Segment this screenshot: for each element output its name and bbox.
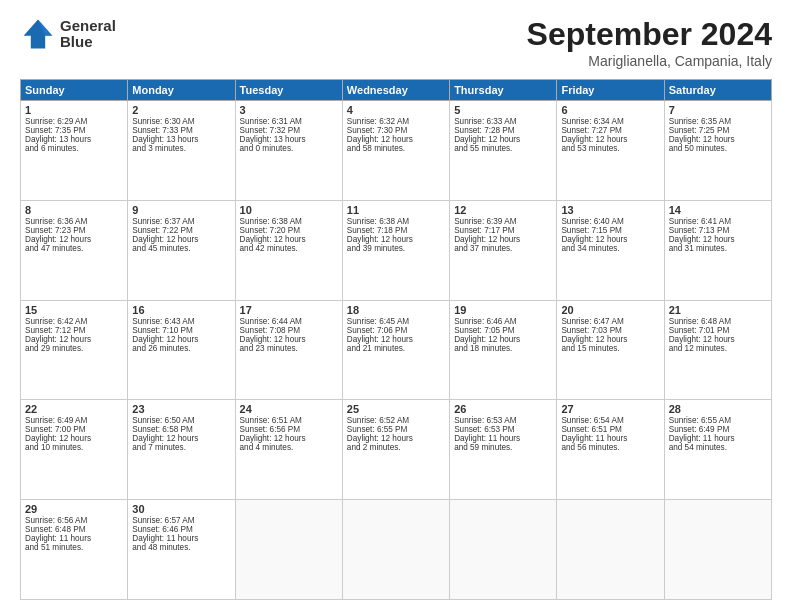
day-number: 13 — [561, 204, 659, 216]
day-cell: 17Sunrise: 6:44 AMSunset: 7:08 PMDayligh… — [235, 300, 342, 400]
day-cell: 25Sunrise: 6:52 AMSunset: 6:55 PMDayligh… — [342, 400, 449, 500]
day-cell: 26Sunrise: 6:53 AMSunset: 6:53 PMDayligh… — [450, 400, 557, 500]
day-cell: 18Sunrise: 6:45 AMSunset: 7:06 PMDayligh… — [342, 300, 449, 400]
day-cell: 29Sunrise: 6:56 AMSunset: 6:48 PMDayligh… — [21, 500, 128, 600]
weekday-header-row: SundayMondayTuesdayWednesdayThursdayFrid… — [21, 80, 772, 101]
day-cell: 27Sunrise: 6:54 AMSunset: 6:51 PMDayligh… — [557, 400, 664, 500]
day-cell: 12Sunrise: 6:39 AMSunset: 7:17 PMDayligh… — [450, 200, 557, 300]
day-cell: 28Sunrise: 6:55 AMSunset: 6:49 PMDayligh… — [664, 400, 771, 500]
day-number: 14 — [669, 204, 767, 216]
logo-line2: Blue — [60, 33, 93, 50]
title-block: September 2024 Mariglianella, Campania, … — [527, 16, 772, 69]
month-title: September 2024 — [527, 16, 772, 53]
week-row-2: 8Sunrise: 6:36 AMSunset: 7:23 PMDaylight… — [21, 200, 772, 300]
day-cell: 13Sunrise: 6:40 AMSunset: 7:15 PMDayligh… — [557, 200, 664, 300]
day-cell — [342, 500, 449, 600]
day-number: 26 — [454, 403, 552, 415]
day-number: 17 — [240, 304, 338, 316]
day-number: 22 — [25, 403, 123, 415]
week-row-5: 29Sunrise: 6:56 AMSunset: 6:48 PMDayligh… — [21, 500, 772, 600]
day-number: 6 — [561, 104, 659, 116]
day-number: 23 — [132, 403, 230, 415]
day-cell — [450, 500, 557, 600]
day-cell: 1Sunrise: 6:29 AMSunset: 7:35 PMDaylight… — [21, 101, 128, 201]
day-cell: 24Sunrise: 6:51 AMSunset: 6:56 PMDayligh… — [235, 400, 342, 500]
weekday-monday: Monday — [128, 80, 235, 101]
day-number: 28 — [669, 403, 767, 415]
logo-icon — [20, 16, 56, 52]
day-cell: 4Sunrise: 6:32 AMSunset: 7:30 PMDaylight… — [342, 101, 449, 201]
day-number: 16 — [132, 304, 230, 316]
day-cell: 8Sunrise: 6:36 AMSunset: 7:23 PMDaylight… — [21, 200, 128, 300]
week-row-4: 22Sunrise: 6:49 AMSunset: 7:00 PMDayligh… — [21, 400, 772, 500]
day-number: 18 — [347, 304, 445, 316]
day-number: 3 — [240, 104, 338, 116]
day-cell: 3Sunrise: 6:31 AMSunset: 7:32 PMDaylight… — [235, 101, 342, 201]
day-number: 15 — [25, 304, 123, 316]
weekday-wednesday: Wednesday — [342, 80, 449, 101]
day-cell: 19Sunrise: 6:46 AMSunset: 7:05 PMDayligh… — [450, 300, 557, 400]
weekday-friday: Friday — [557, 80, 664, 101]
day-cell: 21Sunrise: 6:48 AMSunset: 7:01 PMDayligh… — [664, 300, 771, 400]
logo: General Blue — [20, 16, 116, 52]
day-number: 12 — [454, 204, 552, 216]
day-cell: 22Sunrise: 6:49 AMSunset: 7:00 PMDayligh… — [21, 400, 128, 500]
day-cell: 7Sunrise: 6:35 AMSunset: 7:25 PMDaylight… — [664, 101, 771, 201]
calendar: SundayMondayTuesdayWednesdayThursdayFrid… — [20, 79, 772, 600]
day-number: 8 — [25, 204, 123, 216]
day-cell: 23Sunrise: 6:50 AMSunset: 6:58 PMDayligh… — [128, 400, 235, 500]
weekday-tuesday: Tuesday — [235, 80, 342, 101]
day-cell — [557, 500, 664, 600]
logo-text: General Blue — [60, 18, 116, 51]
day-cell — [235, 500, 342, 600]
day-number: 29 — [25, 503, 123, 515]
day-number: 1 — [25, 104, 123, 116]
day-cell: 16Sunrise: 6:43 AMSunset: 7:10 PMDayligh… — [128, 300, 235, 400]
day-cell: 2Sunrise: 6:30 AMSunset: 7:33 PMDaylight… — [128, 101, 235, 201]
day-number: 27 — [561, 403, 659, 415]
week-row-3: 15Sunrise: 6:42 AMSunset: 7:12 PMDayligh… — [21, 300, 772, 400]
weekday-sunday: Sunday — [21, 80, 128, 101]
day-number: 10 — [240, 204, 338, 216]
day-cell: 9Sunrise: 6:37 AMSunset: 7:22 PMDaylight… — [128, 200, 235, 300]
day-cell: 15Sunrise: 6:42 AMSunset: 7:12 PMDayligh… — [21, 300, 128, 400]
day-cell: 5Sunrise: 6:33 AMSunset: 7:28 PMDaylight… — [450, 101, 557, 201]
day-number: 20 — [561, 304, 659, 316]
day-cell — [664, 500, 771, 600]
day-number: 19 — [454, 304, 552, 316]
day-number: 5 — [454, 104, 552, 116]
day-number: 11 — [347, 204, 445, 216]
weekday-thursday: Thursday — [450, 80, 557, 101]
day-number: 25 — [347, 403, 445, 415]
day-cell: 30Sunrise: 6:57 AMSunset: 6:46 PMDayligh… — [128, 500, 235, 600]
day-cell: 20Sunrise: 6:47 AMSunset: 7:03 PMDayligh… — [557, 300, 664, 400]
day-number: 21 — [669, 304, 767, 316]
weekday-saturday: Saturday — [664, 80, 771, 101]
day-number: 7 — [669, 104, 767, 116]
day-number: 30 — [132, 503, 230, 515]
day-cell: 11Sunrise: 6:38 AMSunset: 7:18 PMDayligh… — [342, 200, 449, 300]
logo-line1: General — [60, 17, 116, 34]
day-number: 24 — [240, 403, 338, 415]
day-cell: 10Sunrise: 6:38 AMSunset: 7:20 PMDayligh… — [235, 200, 342, 300]
header: General Blue September 2024 Mariglianell… — [20, 16, 772, 69]
location-title: Mariglianella, Campania, Italy — [527, 53, 772, 69]
week-row-1: 1Sunrise: 6:29 AMSunset: 7:35 PMDaylight… — [21, 101, 772, 201]
page: General Blue September 2024 Mariglianell… — [0, 0, 792, 612]
day-number: 2 — [132, 104, 230, 116]
day-cell: 14Sunrise: 6:41 AMSunset: 7:13 PMDayligh… — [664, 200, 771, 300]
day-number: 9 — [132, 204, 230, 216]
day-number: 4 — [347, 104, 445, 116]
day-cell: 6Sunrise: 6:34 AMSunset: 7:27 PMDaylight… — [557, 101, 664, 201]
